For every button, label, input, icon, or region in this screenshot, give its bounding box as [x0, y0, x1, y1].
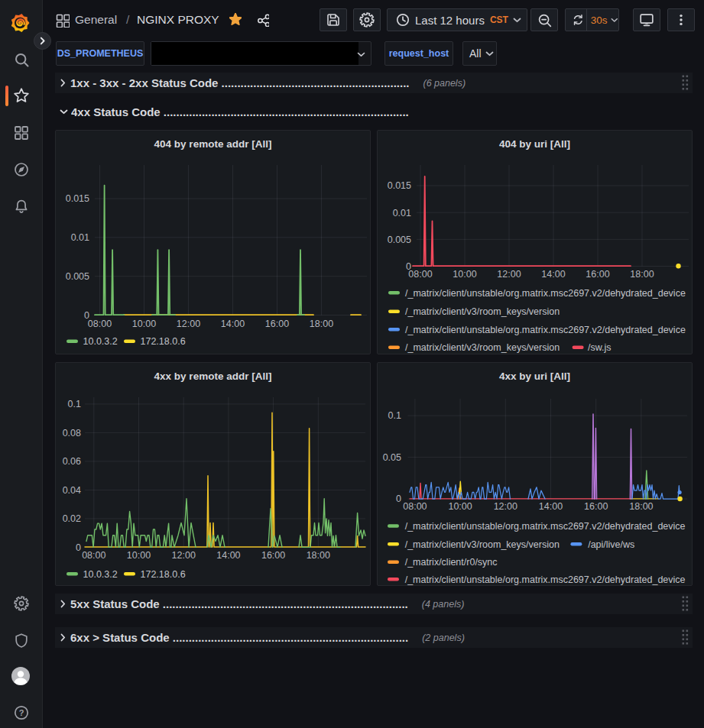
- svg-text:0.015: 0.015: [66, 193, 89, 204]
- svg-text:0.005: 0.005: [66, 271, 89, 282]
- svg-text:/api/live/ws: /api/live/ws: [588, 539, 634, 550]
- svg-text:0.08: 0.08: [63, 428, 81, 438]
- svg-text:/_matrix/client/v3/room_keys/v: /_matrix/client/v3/room_keys/version: [405, 539, 560, 550]
- svg-text:14:00: 14:00: [221, 319, 245, 329]
- svg-text:/_matrix/client/r0/sync: /_matrix/client/r0/sync: [405, 557, 498, 568]
- svg-text:18:00: 18:00: [629, 501, 653, 512]
- svg-text:10:00: 10:00: [132, 319, 156, 329]
- svg-text:18:00: 18:00: [630, 269, 654, 280]
- svg-text:08:00: 08:00: [403, 501, 427, 512]
- svg-text:16:00: 16:00: [586, 269, 609, 280]
- svg-text:08:00: 08:00: [408, 269, 432, 280]
- svg-text:0.05: 0.05: [383, 452, 401, 463]
- svg-text:16:00: 16:00: [265, 319, 289, 329]
- svg-text:14:00: 14:00: [541, 269, 565, 280]
- svg-text:0: 0: [396, 493, 401, 504]
- svg-text:10:00: 10:00: [453, 269, 476, 280]
- svg-text:10.0.3.2: 10.0.3.2: [83, 336, 118, 347]
- svg-text:14:00: 14:00: [216, 550, 240, 561]
- svg-text:0.005: 0.005: [388, 235, 411, 245]
- svg-text:0.015: 0.015: [388, 180, 411, 191]
- svg-text:0.04: 0.04: [63, 485, 81, 496]
- svg-text:10:00: 10:00: [448, 501, 472, 512]
- svg-text:0.01: 0.01: [71, 232, 89, 243]
- svg-text:/_matrix/client/unstable/org.m: /_matrix/client/unstable/org.matrix.msc2…: [405, 325, 686, 335]
- svg-text:12:00: 12:00: [494, 501, 517, 512]
- svg-text:/_matrix/client/unstable/org.m: /_matrix/client/unstable/org.matrix.msc2…: [405, 521, 686, 532]
- svg-text:16:00: 16:00: [261, 550, 285, 561]
- svg-text:18:00: 18:00: [310, 319, 333, 329]
- svg-text:16:00: 16:00: [584, 501, 608, 512]
- svg-text:0.1: 0.1: [68, 399, 81, 409]
- svg-text:12:00: 12:00: [172, 550, 196, 561]
- svg-text:/_matrix/client/v3/room_keys/v: /_matrix/client/v3/room_keys/version: [405, 306, 560, 317]
- svg-text:172.18.0.6: 172.18.0.6: [141, 336, 186, 347]
- svg-text:?: ?: [19, 708, 24, 717]
- svg-text:172.18.0.6: 172.18.0.6: [141, 569, 186, 580]
- svg-text:/_matrix/client/unstable/org.m: /_matrix/client/unstable/org.matrix.msc2…: [405, 574, 686, 585]
- svg-text:/sw.js: /sw.js: [588, 342, 612, 353]
- svg-text:0: 0: [76, 542, 81, 553]
- svg-text:0.01: 0.01: [393, 208, 411, 218]
- svg-text:12:00: 12:00: [497, 269, 521, 280]
- svg-text:14:00: 14:00: [539, 501, 563, 512]
- svg-text:/_matrix/client/unstable/org.m: /_matrix/client/unstable/org.matrix.msc2…: [405, 288, 686, 299]
- svg-text:08:00: 08:00: [82, 550, 105, 561]
- svg-text:12:00: 12:00: [177, 319, 200, 329]
- svg-text:10:00: 10:00: [127, 550, 151, 561]
- svg-text:/_matrix/client/v3/room_keys/v: /_matrix/client/v3/room_keys/version: [405, 342, 560, 353]
- svg-text:0.06: 0.06: [63, 456, 81, 467]
- svg-text:18:00: 18:00: [307, 550, 330, 561]
- svg-text:10.0.3.2: 10.0.3.2: [83, 569, 118, 580]
- svg-text:0.02: 0.02: [63, 513, 81, 524]
- svg-text:08:00: 08:00: [88, 319, 112, 329]
- svg-text:0.1: 0.1: [388, 410, 401, 421]
